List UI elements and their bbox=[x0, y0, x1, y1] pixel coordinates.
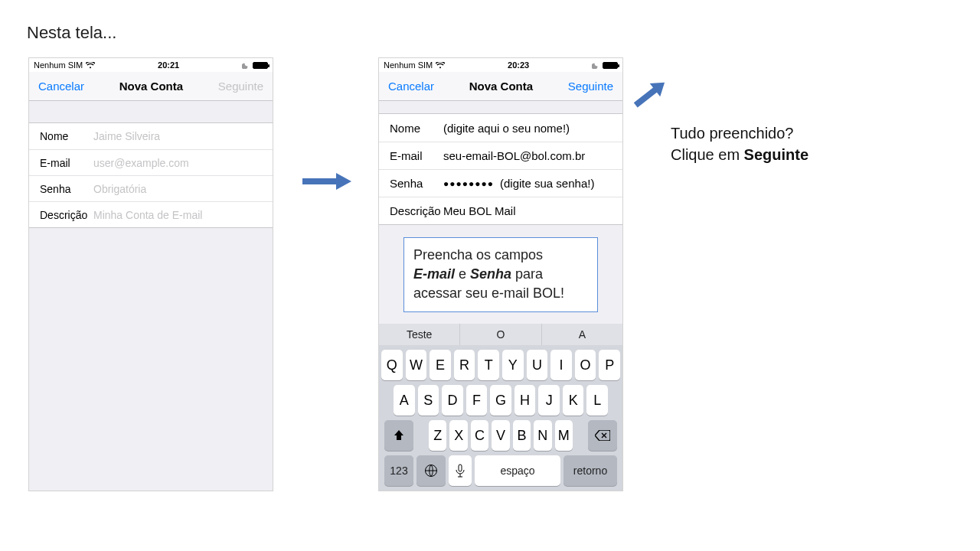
callout-line3: acessar seu e-mail BOL! bbox=[413, 285, 564, 301]
row-description[interactable]: Descrição Minha Conta de E-mail bbox=[29, 201, 273, 227]
key-t[interactable]: T bbox=[478, 350, 499, 380]
status-time: 20:21 bbox=[158, 60, 179, 70]
label-email: E-mail bbox=[390, 149, 443, 162]
key-space[interactable]: espaço bbox=[475, 455, 560, 486]
key-e[interactable]: E bbox=[430, 350, 451, 380]
callout-mid: e bbox=[455, 266, 470, 282]
key-f[interactable]: F bbox=[466, 385, 488, 416]
key-u[interactable]: U bbox=[527, 350, 548, 380]
key-l[interactable]: L bbox=[586, 385, 608, 416]
row-name[interactable]: Nome Jaime Silveira bbox=[29, 123, 273, 149]
keyboard-suggestions[interactable]: Teste O A bbox=[379, 324, 622, 345]
key-m[interactable]: M bbox=[555, 420, 573, 451]
wifi-icon bbox=[86, 62, 95, 69]
label-name: Nome bbox=[390, 122, 443, 135]
key-a[interactable]: A bbox=[394, 385, 415, 416]
key-b[interactable]: B bbox=[513, 420, 531, 451]
annotation-line2a: Clique em bbox=[671, 146, 744, 163]
key-h[interactable]: H bbox=[514, 385, 536, 416]
key-d[interactable]: D bbox=[442, 385, 463, 416]
row-email[interactable]: E-mail user@example.com bbox=[29, 149, 273, 175]
suggestion-2[interactable]: O bbox=[460, 324, 541, 345]
key-j[interactable]: J bbox=[538, 385, 560, 416]
next-button[interactable]: Seguinte bbox=[568, 80, 613, 93]
status-bar: Nenhum SIM 20:23 bbox=[379, 58, 622, 72]
key-v[interactable]: V bbox=[492, 420, 509, 451]
nav-bar: Cancelar Nova Conta Seguinte bbox=[29, 72, 273, 101]
annotation-line2b: Seguinte bbox=[744, 146, 808, 163]
carrier-text: Nenhum SIM bbox=[384, 60, 433, 70]
label-description: Descrição bbox=[40, 209, 93, 221]
moon-icon bbox=[242, 61, 250, 69]
wifi-icon bbox=[436, 62, 445, 69]
key-q[interactable]: Q bbox=[381, 350, 403, 380]
key-z[interactable]: Z bbox=[429, 420, 446, 451]
slide-title: Nesta tela... bbox=[27, 23, 116, 43]
svg-rect-1 bbox=[459, 465, 462, 471]
account-form: Nome (digite aqui o seu nome!) E-mail se… bbox=[379, 113, 622, 225]
key-123[interactable]: 123 bbox=[384, 455, 413, 486]
key-k[interactable]: K bbox=[563, 385, 584, 416]
nav-bar: Cancelar Nova Conta Seguinte bbox=[379, 72, 622, 101]
label-password: Senha bbox=[40, 183, 93, 195]
cancel-button[interactable]: Cancelar bbox=[38, 80, 84, 93]
key-return[interactable]: retorno bbox=[564, 455, 617, 486]
key-y[interactable]: Y bbox=[502, 350, 524, 380]
keyboard-row-1: Q W E R T Y U I O P bbox=[381, 350, 620, 380]
battery-icon bbox=[603, 62, 618, 69]
label-name: Nome bbox=[40, 130, 93, 142]
key-globe[interactable] bbox=[416, 455, 446, 486]
status-time: 20:23 bbox=[508, 60, 529, 70]
page-title: Nova Conta bbox=[119, 80, 183, 93]
callout-em-email: E-mail bbox=[413, 266, 455, 282]
value-description: Meu BOL Mail bbox=[443, 204, 515, 217]
arrow-right-icon bbox=[302, 172, 351, 191]
label-email: E-mail bbox=[40, 157, 93, 169]
key-shift[interactable] bbox=[384, 420, 413, 451]
suggestion-1[interactable]: Teste bbox=[379, 324, 460, 345]
placeholder-email: user@example.com bbox=[93, 157, 189, 169]
key-n[interactable]: N bbox=[534, 420, 551, 451]
row-email[interactable]: E-mail seu-email-BOL@bol.com.br bbox=[379, 142, 622, 169]
placeholder-description: Minha Conta de E-mail bbox=[93, 209, 202, 221]
row-name[interactable]: Nome (digite aqui o seu nome!) bbox=[379, 114, 622, 142]
suggestion-3[interactable]: A bbox=[542, 324, 622, 345]
value-password-dots: ●●●●●●●● bbox=[443, 178, 494, 189]
hint-password: (digite sua senha!) bbox=[500, 177, 594, 190]
key-w[interactable]: W bbox=[406, 350, 427, 380]
placeholder-name: Jaime Silveira bbox=[93, 130, 160, 142]
row-description[interactable]: Descrição Meu BOL Mail bbox=[379, 197, 622, 224]
cancel-button[interactable]: Cancelar bbox=[388, 80, 434, 93]
placeholder-password: Obrigatória bbox=[93, 183, 146, 195]
row-password[interactable]: Senha Obrigatória bbox=[29, 175, 273, 201]
key-s[interactable]: S bbox=[418, 385, 439, 416]
key-backspace[interactable] bbox=[588, 420, 617, 451]
key-p[interactable]: P bbox=[599, 350, 620, 380]
key-g[interactable]: G bbox=[490, 385, 511, 416]
key-o[interactable]: O bbox=[575, 350, 596, 380]
annotation-text: Tudo preenchido? Clique em Seguinte bbox=[671, 122, 808, 165]
keyboard-row-bottom: 123 espaço retorno bbox=[381, 455, 620, 486]
account-form: Nome Jaime Silveira E-mail user@example.… bbox=[29, 122, 273, 228]
page-title: Nova Conta bbox=[469, 80, 533, 93]
next-button[interactable]: Seguinte bbox=[218, 80, 263, 93]
globe-icon bbox=[424, 464, 438, 478]
key-dictation[interactable] bbox=[449, 455, 472, 486]
callout-l2b: para bbox=[511, 266, 543, 282]
phone-after: Nenhum SIM 20:23 Cancelar Nova Conta Seg… bbox=[378, 57, 623, 491]
arrow-diagonal-icon bbox=[626, 73, 669, 119]
keyboard-row-2: A S D F G H J K L bbox=[381, 385, 620, 416]
key-r[interactable]: R bbox=[454, 350, 475, 380]
callout-instructions: Preencha os campos E-mail e Senha para a… bbox=[403, 237, 598, 312]
key-x[interactable]: X bbox=[449, 420, 467, 451]
callout-line1: Preencha os campos bbox=[413, 247, 543, 262]
ios-keyboard[interactable]: Teste O A Q W E R T Y U I O P A S D F G … bbox=[379, 324, 622, 491]
row-password[interactable]: Senha ●●●●●●●● (digite sua senha!) bbox=[379, 169, 622, 197]
carrier-text: Nenhum SIM bbox=[34, 60, 83, 70]
key-c[interactable]: C bbox=[471, 420, 488, 451]
callout-em-senha: Senha bbox=[470, 266, 511, 282]
status-bar: Nenhum SIM 20:21 bbox=[29, 58, 273, 72]
moon-icon bbox=[592, 61, 599, 69]
key-i[interactable]: I bbox=[550, 350, 572, 380]
label-description: Descrição bbox=[390, 204, 443, 217]
